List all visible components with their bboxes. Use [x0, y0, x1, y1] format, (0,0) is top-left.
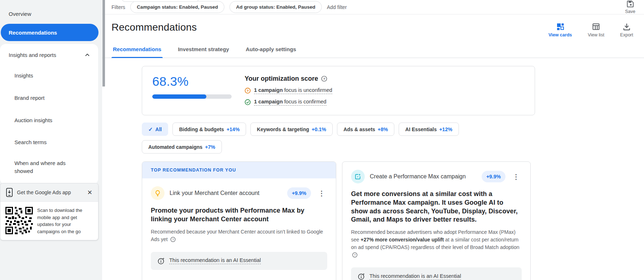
sidebar-item-brand-report[interactable]: Brand report [0, 87, 98, 109]
top-recommendation-banner: TOP RECOMMENDATION FOR YOU [142, 162, 336, 178]
page-title: Recommendations [111, 22, 197, 33]
view-cards-icon [556, 22, 565, 31]
uplift-badge: +9.9% [287, 187, 311, 199]
sidebar-scrollbar[interactable] [102, 0, 105, 86]
view-cards-label: View cards [548, 32, 572, 37]
warning-question-icon: ? [245, 88, 251, 94]
score-item-confirmed[interactable]: 1 campaign focus is confirmed [245, 99, 332, 106]
recommendation-headline: Get more conversions at a similar cost w… [351, 190, 522, 224]
export-label: Export [620, 32, 633, 37]
recommendation-card-performance-max: Create a Performance Max campaign +9.9% … [342, 161, 531, 280]
help-icon[interactable]: ? [352, 252, 358, 258]
kebab-menu-icon[interactable]: ⋮ [316, 190, 327, 197]
ai-essential-label: This recommendation is an AI Essential [169, 257, 261, 264]
view-list-label: View list [588, 32, 604, 37]
sidebar-item-search-terms[interactable]: Search terms [0, 131, 98, 154]
chip-ai-essentials[interactable]: AI Essentials +12% [399, 123, 459, 136]
sidebar-section-label: Insights and reports [9, 52, 56, 58]
score-progress-fill [152, 94, 206, 99]
app-promo-body: Scan to download the mobile app and get … [0, 202, 98, 240]
campaign-sparkle-icon [351, 170, 365, 183]
ad-group-status-filter-chip[interactable]: Ad group status: Enabled, Paused [229, 1, 322, 13]
view-controls: View cards View list [548, 22, 633, 37]
app-promo-card: Get the Google Ads app ✕ [0, 183, 98, 240]
help-icon[interactable]: ? [321, 76, 327, 82]
save-label: Save [625, 9, 636, 14]
svg-text:?: ? [354, 254, 356, 257]
export-button[interactable]: Export [620, 22, 633, 37]
lightbulb-icon [151, 186, 165, 200]
app-promo-text: Scan to download the mobile app and get … [37, 207, 93, 235]
tab-auto-apply-settings[interactable]: Auto-apply settings [244, 46, 298, 58]
sidebar-section-insights-and-reports: Insights and reports Insights Brand repo… [0, 44, 98, 185]
recommendation-description: Recommended because your Merchant Center… [151, 228, 327, 243]
recommendation-title[interactable]: Create a Performance Max campaign [370, 173, 466, 180]
phone-download-icon [5, 188, 13, 197]
save-button[interactable]: Save [625, 0, 636, 14]
svg-text:?: ? [323, 77, 325, 81]
recommendation-description: Recommended because advertisers who adop… [351, 228, 522, 259]
sidebar: Overview Recommendations Insights and re… [0, 0, 102, 280]
sidebar-item-recommendations[interactable]: Recommendations [1, 24, 98, 41]
tab-bar: Recommendations Investment strategy Auto… [102, 46, 644, 58]
ai-essential-bar[interactable]: This recommendation is an AI Essential [151, 252, 327, 270]
campaign-status-filter-chip[interactable]: Campaign status: Enabled, Paused [130, 1, 224, 13]
chip-keywords-targeting[interactable]: Keywords & targeting +0.1% [250, 123, 333, 136]
success-check-icon [245, 99, 251, 105]
recommendation-headline: Promote your products with Performance M… [151, 206, 327, 224]
export-download-icon [622, 22, 631, 31]
sidebar-item-insights[interactable]: Insights [0, 65, 98, 87]
qr-code [5, 207, 33, 235]
recommendation-title[interactable]: Link your Merchant Center account [170, 190, 259, 196]
close-icon[interactable]: ✕ [87, 189, 93, 196]
filters-label: Filters [111, 4, 125, 10]
recommendations-content: 68.3% Your optimization score ? [102, 58, 644, 280]
save-icon [626, 0, 634, 8]
recommendation-cards: TOP RECOMMENDATION FOR YOU Link your Mer… [142, 161, 644, 280]
view-cards-button[interactable]: View cards [548, 22, 572, 37]
cutoff-toolbar-fragment [122, 0, 199, 2]
optimization-score-value: 68.3% [152, 74, 245, 89]
score-item-unconfirmed[interactable]: ? 1 campaign focus is unconfirmed [245, 87, 332, 94]
score-right: Your optimization score ? ? [245, 74, 332, 106]
sidebar-item-auction-insights[interactable]: Auction insights [0, 109, 98, 132]
score-progress-track [152, 94, 232, 99]
svg-text:?: ? [247, 89, 249, 93]
svg-text:?: ? [172, 238, 174, 241]
google-ads-app: Overview Recommendations Insights and re… [0, 0, 644, 280]
add-filter-button[interactable]: Add filter [327, 4, 347, 10]
filter-bar: Filters Campaign status: Enabled, Paused… [102, 0, 644, 14]
chip-ads-assets[interactable]: Ads & assets +8% [337, 123, 394, 136]
view-list-icon [592, 22, 600, 31]
help-icon[interactable]: ? [170, 237, 176, 242]
tab-investment-strategy[interactable]: Investment strategy [176, 46, 231, 58]
app-promo-title: Get the Google Ads app [17, 190, 83, 195]
uplift-badge: +9.9% [482, 171, 505, 182]
ai-essential-bar[interactable]: This recommendation is an AI Essential [351, 267, 522, 280]
optimization-score-card: 68.3% Your optimization score ? [142, 66, 535, 115]
chip-all[interactable]: ✓ All [142, 123, 168, 136]
sidebar-section-header[interactable]: Insights and reports [0, 44, 98, 65]
kebab-menu-icon[interactable]: ⋮ [511, 173, 522, 180]
sidebar-item-when-and-where-ads-showed[interactable]: When and where ads showed [0, 154, 83, 181]
chip-automated-campaigns[interactable]: Automated campaigns +7% [142, 140, 222, 154]
sidebar-item-overview[interactable]: Overview [0, 6, 102, 22]
category-chip-row: ✓ All Bidding & budgets +14% Keywords & … [142, 123, 474, 154]
chip-bidding-budgets[interactable]: Bidding & budgets +14% [172, 123, 246, 136]
score-left: 68.3% [152, 74, 245, 106]
main-content: Filters Campaign status: Enabled, Paused… [102, 0, 644, 280]
app-promo-header: Get the Google Ads app ✕ [0, 183, 98, 202]
ai-essential-icon [358, 272, 365, 280]
chevron-up-icon [84, 52, 90, 58]
ai-essential-label: This recommendation is an AI Essential [369, 273, 461, 280]
score-heading: Your optimization score [245, 75, 318, 83]
tab-recommendations[interactable]: Recommendations [111, 46, 163, 58]
ai-essential-icon [157, 257, 165, 265]
check-icon: ✓ [148, 126, 153, 133]
page-header: Recommendations View cards [102, 14, 644, 37]
view-list-button[interactable]: View list [588, 22, 604, 37]
recommendation-card-merchant-center: TOP RECOMMENDATION FOR YOU Link your Mer… [142, 161, 336, 280]
